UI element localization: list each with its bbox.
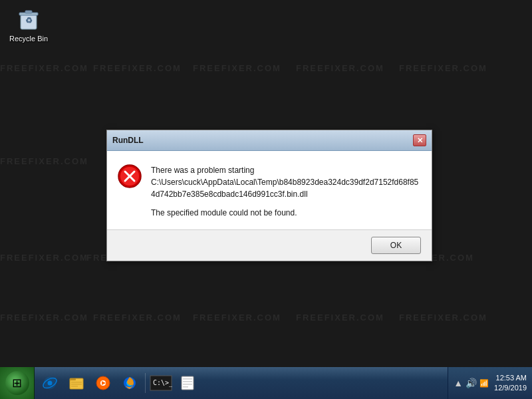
tray-speaker-icon: 📶	[479, 379, 489, 388]
rundll-dialog: RunDLL ✕ There was a problem starting C:…	[106, 130, 432, 261]
start-button[interactable]: ⊞	[0, 367, 35, 399]
taskbar-cmd-icon[interactable]: C:\>_	[148, 370, 174, 396]
dialog-titlebar: RunDLL ✕	[107, 130, 432, 151]
watermark: FREEFIXER.COM	[0, 253, 88, 263]
taskbar-notepad-icon[interactable]	[175, 370, 200, 396]
recycle-bin-label: Recycle Bin	[5, 35, 52, 43]
svg-text:C:\>_: C:\>_	[153, 379, 172, 387]
dialog-title: RunDLL	[112, 136, 144, 145]
watermark: FREEFIXER.COM	[93, 313, 182, 323]
taskbar-ie-icon[interactable]	[37, 370, 63, 396]
taskbar-divider	[145, 373, 146, 393]
svg-text:♻: ♻	[25, 16, 33, 25]
svg-rect-12	[70, 378, 76, 380]
svg-rect-25	[183, 381, 192, 382]
dialog-content: There was a problem starting C:\Users\cu…	[107, 151, 432, 229]
clock-time: 12:53 AM	[494, 373, 527, 383]
clock-date: 12/9/2019	[494, 383, 527, 393]
clock[interactable]: 12:53 AM 12/9/2019	[494, 373, 527, 394]
start-orb-icon: ⊞	[5, 371, 29, 395]
watermark: FREEFIXER.COM	[296, 313, 384, 323]
taskbar: ⊞	[0, 367, 532, 399]
tray-volume-icon[interactable]: 🔊	[466, 378, 477, 388]
watermark: FREEFIXER.COM	[0, 63, 88, 73]
svg-rect-13	[71, 382, 82, 383]
watermark: FREEFIXER.COM	[296, 63, 384, 73]
tray-network-icon[interactable]: ▲	[454, 378, 463, 388]
error-icon	[118, 164, 142, 188]
watermark: FREEFIXER.COM	[399, 313, 487, 323]
svg-rect-14	[71, 384, 82, 385]
watermark: FREEFIXER.COM	[193, 63, 281, 73]
taskbar-firefox-icon[interactable]	[117, 370, 142, 396]
svg-rect-26	[183, 384, 192, 385]
watermark: FREEFIXER.COM	[0, 313, 88, 323]
svg-rect-27	[183, 386, 188, 388]
watermark: FREEFIXER.COM	[0, 156, 88, 166]
dialog-message-secondary: The specified module could not be found.	[151, 207, 421, 219]
tray-icons: ▲ 🔊 📶	[454, 378, 491, 388]
dialog-message-line1: There was a problem starting	[151, 164, 421, 176]
svg-rect-15	[71, 386, 78, 387]
recycle-bin-svg: ♻	[15, 5, 42, 32]
desktop: FREEFIXER.COM FREEFIXER.COM FREEFIXER.CO…	[0, 0, 532, 367]
recycle-bin-icon[interactable]: ♻ Recycle Bin	[5, 5, 52, 43]
dialog-close-button[interactable]: ✕	[413, 134, 426, 146]
watermark: FREEFIXER.COM	[93, 63, 182, 73]
taskbar-quicklaunch: C:\>_	[35, 367, 203, 399]
svg-rect-24	[183, 378, 192, 380]
dialog-message-path: C:\Users\cuck\AppData\Local\Temp\b84b892…	[151, 176, 421, 200]
ok-button[interactable]: OK	[371, 237, 421, 254]
dialog-footer: OK	[107, 229, 432, 261]
svg-rect-2	[25, 11, 32, 13]
taskbar-explorer-icon[interactable]	[64, 370, 89, 396]
dialog-message: There was a problem starting C:\Users\cu…	[151, 164, 421, 219]
watermark: FREEFIXER.COM	[399, 63, 487, 73]
svg-point-10	[48, 381, 53, 386]
watermark: FREEFIXER.COM	[193, 313, 281, 323]
taskbar-mediaplayer-icon[interactable]	[90, 370, 116, 396]
system-tray: ▲ 🔊 📶 12:53 AM 12/9/2019	[448, 367, 532, 399]
